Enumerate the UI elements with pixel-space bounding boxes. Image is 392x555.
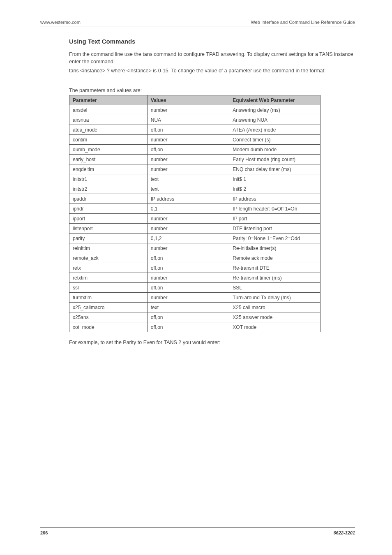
table-row: dumb_modeoff,onModem dumb mode bbox=[69, 145, 321, 155]
table-cell: number bbox=[147, 293, 229, 303]
table-row: iphdr0,1IP length header: 0=Off 1=On bbox=[69, 204, 321, 214]
intro-command: tans <instance> ? where <instance> is 0-… bbox=[69, 67, 355, 74]
col-header-parameter: Parameter bbox=[69, 95, 148, 105]
table-cell: number bbox=[147, 135, 229, 145]
table-cell: Re-transmit timer (ms) bbox=[229, 273, 321, 283]
table-cell: off,on bbox=[147, 145, 229, 155]
page-number: 266 bbox=[40, 530, 48, 535]
table-row: turntxtimnumberTurn-around Tx delay (ms) bbox=[69, 293, 321, 303]
table-cell: off,on bbox=[147, 263, 229, 273]
table-cell: ansnua bbox=[69, 115, 148, 125]
table-cell: Parity: 0=None 1=Even 2=Odd bbox=[229, 234, 321, 243]
table-row: reinittimnumberRe-initialise timer(s) bbox=[69, 243, 321, 253]
table-cell: X25 call macro bbox=[229, 303, 321, 312]
table-cell: ipaddr bbox=[69, 194, 148, 204]
table-row: xot_modeoff,onXOT mode bbox=[69, 322, 321, 332]
table-cell: off,on bbox=[147, 312, 229, 322]
table-row: enqdeltimnumberENQ char delay timer (ms) bbox=[69, 164, 321, 174]
table-cell: number bbox=[147, 214, 229, 224]
table-cell: Re-transmit DTE bbox=[229, 263, 321, 273]
table-cell: Init$ 2 bbox=[229, 184, 321, 194]
table-cell: enqdeltim bbox=[69, 164, 148, 174]
table-row: initstr1textInit$ 1 bbox=[69, 174, 321, 184]
table-header-row: Parameter Values Equivalent Web Paramete… bbox=[69, 95, 321, 105]
table-cell: Init$ 1 bbox=[229, 174, 321, 184]
table-cell: initstr2 bbox=[69, 184, 148, 194]
post-table-text: For example, to set the Parity to Even f… bbox=[69, 340, 355, 345]
running-header: www.westermo.com Web Interface and Comma… bbox=[40, 20, 355, 26]
table-cell: number bbox=[147, 243, 229, 253]
table-cell: number bbox=[147, 155, 229, 164]
page-footer: 266 6622-3201 bbox=[40, 527, 355, 535]
col-header-values: Values bbox=[147, 95, 229, 105]
table-cell: number bbox=[147, 273, 229, 283]
table-row: contimnumberConnect timer (s) bbox=[69, 135, 321, 145]
table-row: early_hostnumberEarly Host mode (ring co… bbox=[69, 155, 321, 164]
table-cell: x25_callmacro bbox=[69, 303, 148, 312]
table-row: x25ansoff,onX25 answer mode bbox=[69, 312, 321, 322]
table-row: atea_modeoff,onATEA (Amex) mode bbox=[69, 125, 321, 135]
table-row: ipportnumberIP port bbox=[69, 214, 321, 224]
table-cell: SSL bbox=[229, 283, 321, 293]
table-cell: Modem dumb mode bbox=[229, 145, 321, 155]
table-row: ipaddrIP addressIP address bbox=[69, 194, 321, 204]
table-cell: iphdr bbox=[69, 204, 148, 214]
table-row: retxoff,onRe-transmit DTE bbox=[69, 263, 321, 273]
table-cell: retx bbox=[69, 263, 148, 273]
table-row: x25_callmacrotextX25 call macro bbox=[69, 303, 321, 312]
table-cell: Re-initialise timer(s) bbox=[229, 243, 321, 253]
table-row: listenportnumberDTE listening port bbox=[69, 224, 321, 234]
table-cell: Connect timer (s) bbox=[229, 135, 321, 145]
table-cell: off,on bbox=[147, 283, 229, 293]
table-row: ssloff,onSSL bbox=[69, 283, 321, 293]
table-row: parity0,1,2Parity: 0=None 1=Even 2=Odd bbox=[69, 234, 321, 243]
table-row: ansdelnumberAnswering delay (ms) bbox=[69, 105, 321, 115]
table-cell: X25 answer mode bbox=[229, 312, 321, 322]
table-cell: ansdel bbox=[69, 105, 148, 115]
table-row: remote_ackoff,onRemote ack mode bbox=[69, 253, 321, 263]
table-cell: Turn-around Tx delay (ms) bbox=[229, 293, 321, 303]
table-cell: listenport bbox=[69, 224, 148, 234]
table-cell: early_host bbox=[69, 155, 148, 164]
table-cell: text bbox=[147, 174, 229, 184]
table-cell: XOT mode bbox=[229, 322, 321, 332]
table-cell: turntxtim bbox=[69, 293, 148, 303]
table-cell: IP address bbox=[147, 194, 229, 204]
table-cell: number bbox=[147, 105, 229, 115]
intro-paragraph: From the command line use the tans comma… bbox=[69, 51, 355, 65]
table-cell: number bbox=[147, 224, 229, 234]
table-cell: atea_mode bbox=[69, 125, 148, 135]
table-caption: The parameters and values are: bbox=[69, 88, 355, 93]
table-cell: ipport bbox=[69, 214, 148, 224]
table-cell: IP length header: 0=Off 1=On bbox=[229, 204, 321, 214]
table-cell: Answering delay (ms) bbox=[229, 105, 321, 115]
table-cell: retxtim bbox=[69, 273, 148, 283]
doc-id: 6622-3201 bbox=[333, 530, 355, 535]
table-cell: IP address bbox=[229, 194, 321, 204]
table-cell: x25ans bbox=[69, 312, 148, 322]
table-cell: xot_mode bbox=[69, 322, 148, 332]
table-cell: IP port bbox=[229, 214, 321, 224]
table-cell: off,on bbox=[147, 253, 229, 263]
table-cell: 0,1,2 bbox=[147, 234, 229, 243]
table-cell: reinittim bbox=[69, 243, 148, 253]
table-cell: Answering NUA bbox=[229, 115, 321, 125]
table-cell: ENQ char delay timer (ms) bbox=[229, 164, 321, 174]
col-header-equivalent: Equivalent Web Parameter bbox=[229, 95, 321, 105]
table-cell: Early Host mode (ring count) bbox=[229, 155, 321, 164]
table-cell: Remote ack mode bbox=[229, 253, 321, 263]
table-cell: initstr1 bbox=[69, 174, 148, 184]
table-cell: dumb_mode bbox=[69, 145, 148, 155]
table-cell: text bbox=[147, 184, 229, 194]
table-cell: contim bbox=[69, 135, 148, 145]
table-cell: remote_ack bbox=[69, 253, 148, 263]
table-cell: off,on bbox=[147, 125, 229, 135]
table-row: initstr2textInit$ 2 bbox=[69, 184, 321, 194]
parameters-table: Parameter Values Equivalent Web Paramete… bbox=[69, 95, 321, 332]
table-cell: number bbox=[147, 164, 229, 174]
table-row: retxtimnumberRe-transmit timer (ms) bbox=[69, 273, 321, 283]
table-cell: text bbox=[147, 303, 229, 312]
header-right: Web Interface and Command Line Reference… bbox=[251, 20, 355, 25]
table-cell: ssl bbox=[69, 283, 148, 293]
table-cell: 0,1 bbox=[147, 204, 229, 214]
